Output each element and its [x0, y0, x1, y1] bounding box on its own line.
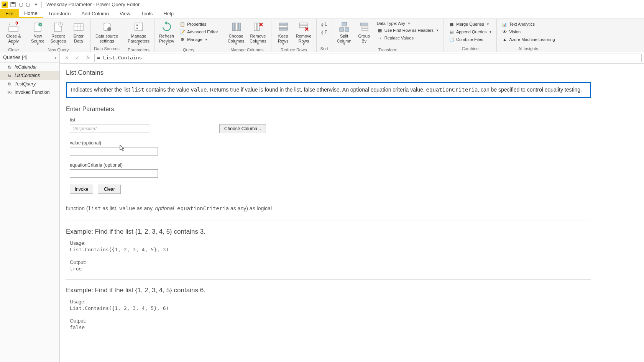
collapse-pane-icon[interactable]: ‹ [54, 54, 56, 61]
tab-view[interactable]: View [114, 9, 136, 18]
tab-help[interactable]: Help [158, 9, 179, 18]
example1-heading: Example: Find if the list {1, 2, 3, 4, 5… [66, 228, 638, 236]
first-row-headers-button[interactable]: ▦Use First Row as Headers▼ [375, 27, 440, 34]
svg-rect-20 [136, 28, 138, 29]
param-list-value: Unspecified [70, 124, 150, 133]
doc-area: List.Contains Indicates whether the list… [60, 64, 644, 342]
group-reduce-rows: Keep Rows ▼ Remove Rows ▼ Reduce Rows [271, 19, 317, 52]
choose-column-button[interactable]: Choose Column... [219, 124, 266, 133]
tab-transform[interactable]: Transform [43, 9, 76, 18]
enter-data-button[interactable]: Enter Data [70, 20, 87, 44]
choose-columns-button[interactable]: Choose Columns ▼ [226, 20, 246, 47]
qat-dropdown-icon[interactable]: ▼ [32, 1, 40, 8]
sort-desc-button[interactable]: ZA [320, 28, 329, 35]
recent-sources-icon [52, 21, 64, 33]
param-equation-criteria: equationCriteria (optional) [70, 162, 638, 178]
combine-files-button[interactable]: 📑Combine Files [447, 36, 493, 43]
svg-rect-43 [362, 26, 368, 28]
cancel-formula-icon[interactable]: ✕ [62, 53, 71, 62]
query-item-testquery[interactable]: fx TestQuery [0, 80, 59, 88]
azure-ml-button[interactable]: ▲Azure Machine Learning [500, 36, 556, 43]
data-type-button[interactable]: Data Type: Any▼ [375, 21, 440, 26]
close-apply-icon [7, 21, 20, 33]
split-column-button[interactable]: Split Column ▼ [335, 20, 353, 47]
sort-asc-button[interactable]: AZ [320, 21, 329, 28]
chevron-down-icon: ▼ [486, 23, 490, 26]
undo-icon[interactable] [17, 1, 25, 8]
close-apply-button[interactable]: Close & Apply ▼ [5, 20, 23, 47]
svg-rect-22 [235, 23, 238, 31]
headers-icon: ▦ [377, 27, 383, 33]
formula-input[interactable] [94, 54, 642, 62]
redo-icon[interactable] [25, 1, 32, 8]
param-value-input[interactable] [70, 147, 158, 156]
manage-parameters-icon [133, 21, 145, 33]
svg-rect-28 [279, 23, 288, 25]
tab-file[interactable]: File [0, 9, 19, 18]
query-item-invoked-function[interactable]: 1²₃ Invoked Function [0, 88, 59, 97]
new-source-button[interactable]: + New Source ▼ [29, 20, 47, 47]
svg-rect-6 [9, 27, 18, 31]
remove-columns-button[interactable]: Remove Columns ▼ [248, 20, 268, 47]
fx-icon: fx [7, 64, 12, 70]
text-analytics-button[interactable]: 📊Text Analytics [500, 21, 556, 28]
description-box: Indicates whether the list list contains… [66, 82, 591, 98]
chevron-down-icon: ▼ [282, 43, 285, 46]
svg-rect-5 [12, 2, 15, 4]
chevron-down-icon: ▼ [343, 43, 346, 46]
chevron-down-icon: ▼ [256, 43, 260, 46]
svg-rect-25 [257, 23, 260, 31]
properties-icon: 📋 [179, 21, 186, 27]
formula-bar: ✕ ✓ fx [60, 52, 644, 64]
append-queries-button[interactable]: ▤Append Queries▼ [447, 28, 493, 35]
merge-queries-button[interactable]: ▦Merge Queries▼ [447, 21, 493, 28]
content: ✕ ✓ fx List.Contains Indicates whether t… [60, 52, 644, 362]
append-icon: ▤ [449, 29, 455, 35]
manage-parameters-button[interactable]: Manage Parameters ▼ [126, 20, 151, 47]
fx-icon: fx [7, 73, 12, 78]
example2-body: Usage: List.Contains({1, 2, 3, 4, 5}, 6)… [70, 299, 638, 330]
merge-icon: ▦ [449, 21, 455, 27]
manage-button[interactable]: ⚙Manage▼ [178, 36, 220, 43]
invoke-button[interactable]: Invoke [70, 185, 93, 194]
query-item-fxcalendar[interactable]: fx fxCalendar [0, 63, 59, 71]
properties-button[interactable]: 📋Properties [178, 21, 220, 28]
tab-tools[interactable]: Tools [136, 9, 158, 18]
group-by-icon [358, 21, 370, 33]
new-source-icon: + [32, 21, 44, 33]
svg-rect-42 [360, 23, 368, 25]
tab-addcolumn[interactable]: Add Column [76, 9, 114, 18]
svg-rect-2 [4, 4, 5, 6]
keep-rows-button[interactable]: Keep Rows ▼ [274, 20, 292, 47]
refresh-preview-button[interactable]: Refresh Preview ▼ [158, 20, 176, 47]
replace-values-button[interactable]: ↔Replace Values [375, 34, 440, 41]
group-sort: AZ ZA Sort [317, 19, 332, 52]
data-source-settings-button[interactable]: Data source settings [94, 20, 120, 44]
sort-asc-icon: AZ [321, 21, 327, 27]
group-by-button[interactable]: Group By [355, 20, 373, 44]
query-item-listcontains[interactable]: fx ListContains [0, 71, 59, 80]
svg-rect-1 [3, 5, 4, 6]
remove-rows-button[interactable]: Remove Rows ▼ [294, 20, 313, 47]
param-eq-input[interactable] [70, 169, 158, 178]
accept-formula-icon[interactable]: ✓ [73, 53, 82, 62]
svg-rect-23 [238, 23, 241, 31]
chevron-down-icon: ▼ [407, 22, 411, 25]
svg-rect-39 [342, 22, 347, 26]
fx-button[interactable]: fx [84, 53, 93, 62]
clear-button[interactable]: Clear [98, 185, 121, 194]
save-icon[interactable] [9, 1, 17, 8]
vision-button[interactable]: 👁Vision [500, 28, 556, 35]
param-value: value (optional) [70, 140, 638, 156]
group-ai-insights: 📊Text Analytics 👁Vision ▲Azure Machine L… [497, 19, 559, 52]
chevron-down-icon: ▼ [436, 29, 439, 32]
svg-rect-24 [254, 23, 256, 31]
tab-home[interactable]: Home [19, 9, 43, 18]
group-transform: Split Column ▼ Group By Data Type: Any▼ … [332, 19, 444, 52]
advanced-editor-button[interactable]: 📝Advanced Editor [178, 28, 220, 35]
recent-sources-button[interactable]: Recent Sources ▼ [49, 20, 67, 47]
chevron-down-icon: ▼ [36, 43, 39, 46]
example1-body: Usage: List.Contains({1, 2, 3, 4, 5}, 3)… [70, 240, 638, 272]
svg-rect-41 [345, 28, 349, 31]
svg-rect-19 [136, 25, 138, 26]
